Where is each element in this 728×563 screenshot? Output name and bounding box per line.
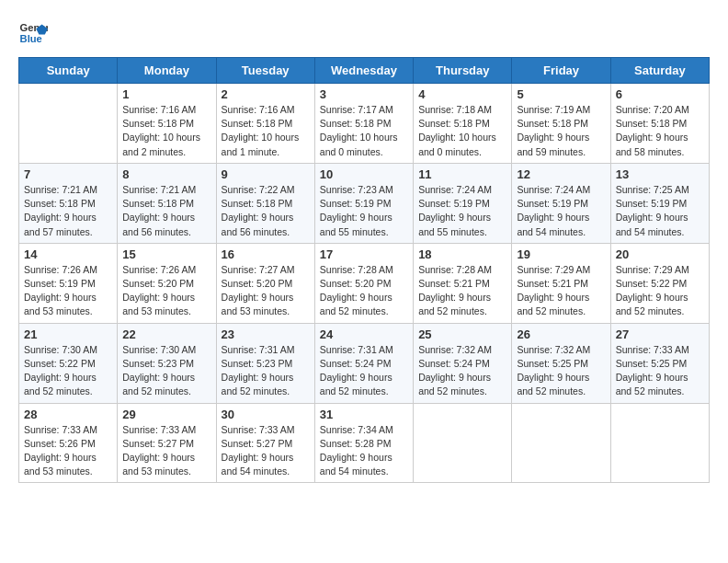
weekday-header-tuesday: Tuesday: [216, 58, 314, 84]
day-info: Sunrise: 7:23 AM Sunset: 5:19 PM Dayligh…: [320, 183, 408, 239]
calendar-cell: 3Sunrise: 7:17 AM Sunset: 5:18 PM Daylig…: [314, 84, 413, 164]
day-info: Sunrise: 7:26 AM Sunset: 5:20 PM Dayligh…: [122, 263, 210, 319]
day-info: Sunrise: 7:27 AM Sunset: 5:20 PM Dayligh…: [222, 263, 310, 319]
day-number: 27: [616, 327, 704, 341]
calendar-cell: 20Sunrise: 7:29 AM Sunset: 5:22 PM Dayli…: [610, 243, 709, 323]
calendar-cell: 1Sunrise: 7:16 AM Sunset: 5:18 PM Daylig…: [118, 84, 216, 164]
day-number: 16: [222, 247, 310, 261]
calendar-cell: 29Sunrise: 7:33 AM Sunset: 5:27 PM Dayli…: [118, 403, 216, 483]
day-number: 13: [616, 167, 704, 181]
week-row-4: 21Sunrise: 7:30 AM Sunset: 5:22 PM Dayli…: [19, 323, 710, 403]
day-number: 15: [122, 247, 210, 261]
day-number: 4: [418, 87, 506, 101]
calendar-cell: 30Sunrise: 7:33 AM Sunset: 5:27 PM Dayli…: [216, 403, 314, 483]
calendar-cell: 5Sunrise: 7:19 AM Sunset: 5:18 PM Daylig…: [512, 84, 610, 164]
calendar-cell: 6Sunrise: 7:20 AM Sunset: 5:18 PM Daylig…: [610, 84, 709, 164]
day-info: Sunrise: 7:32 AM Sunset: 5:24 PM Dayligh…: [418, 343, 506, 399]
day-info: Sunrise: 7:33 AM Sunset: 5:27 PM Dayligh…: [222, 423, 310, 479]
day-info: Sunrise: 7:19 AM Sunset: 5:18 PM Dayligh…: [517, 103, 605, 159]
calendar-cell: [512, 403, 610, 483]
day-info: Sunrise: 7:29 AM Sunset: 5:22 PM Dayligh…: [616, 263, 704, 319]
calendar-cell: 2Sunrise: 7:16 AM Sunset: 5:18 PM Daylig…: [216, 84, 314, 164]
day-number: 8: [122, 167, 210, 181]
day-number: 7: [24, 167, 112, 181]
day-info: Sunrise: 7:18 AM Sunset: 5:18 PM Dayligh…: [418, 103, 506, 159]
day-info: Sunrise: 7:25 AM Sunset: 5:19 PM Dayligh…: [616, 183, 704, 239]
logo-icon: General Blue: [18, 18, 48, 48]
day-number: 12: [517, 167, 605, 181]
day-info: Sunrise: 7:28 AM Sunset: 5:20 PM Dayligh…: [320, 263, 408, 319]
week-row-5: 28Sunrise: 7:33 AM Sunset: 5:26 PM Dayli…: [19, 403, 710, 483]
day-number: 20: [616, 247, 704, 261]
day-info: Sunrise: 7:21 AM Sunset: 5:18 PM Dayligh…: [122, 183, 210, 239]
calendar-cell: 22Sunrise: 7:30 AM Sunset: 5:23 PM Dayli…: [118, 323, 216, 403]
calendar-cell: 14Sunrise: 7:26 AM Sunset: 5:19 PM Dayli…: [19, 243, 118, 323]
calendar-cell: 19Sunrise: 7:29 AM Sunset: 5:21 PM Dayli…: [512, 243, 610, 323]
calendar-cell: 18Sunrise: 7:28 AM Sunset: 5:21 PM Dayli…: [414, 243, 512, 323]
day-number: 29: [122, 408, 210, 421]
logo: General Blue: [18, 18, 51, 48]
calendar-cell: 11Sunrise: 7:24 AM Sunset: 5:19 PM Dayli…: [414, 163, 512, 243]
day-number: 21: [24, 327, 112, 341]
calendar-cell: 28Sunrise: 7:33 AM Sunset: 5:26 PM Dayli…: [19, 403, 118, 483]
calendar-cell: 26Sunrise: 7:32 AM Sunset: 5:25 PM Dayli…: [512, 323, 610, 403]
calendar-cell: 8Sunrise: 7:21 AM Sunset: 5:18 PM Daylig…: [118, 163, 216, 243]
day-number: 30: [222, 408, 310, 421]
calendar-cell: [610, 403, 709, 483]
day-info: Sunrise: 7:26 AM Sunset: 5:19 PM Dayligh…: [24, 263, 112, 319]
day-info: Sunrise: 7:16 AM Sunset: 5:18 PM Dayligh…: [122, 103, 210, 159]
calendar-cell: 24Sunrise: 7:31 AM Sunset: 5:24 PM Dayli…: [314, 323, 413, 403]
calendar-cell: 23Sunrise: 7:31 AM Sunset: 5:23 PM Dayli…: [216, 323, 314, 403]
calendar-cell: 21Sunrise: 7:30 AM Sunset: 5:22 PM Dayli…: [19, 323, 118, 403]
calendar-cell: 13Sunrise: 7:25 AM Sunset: 5:19 PM Dayli…: [610, 163, 709, 243]
weekday-header-sunday: Sunday: [19, 58, 118, 84]
weekday-header-monday: Monday: [118, 58, 216, 84]
day-number: 5: [517, 87, 605, 101]
day-number: 31: [320, 408, 408, 421]
day-number: 2: [222, 87, 310, 101]
calendar-cell: 12Sunrise: 7:24 AM Sunset: 5:19 PM Dayli…: [512, 163, 610, 243]
calendar-cell: 16Sunrise: 7:27 AM Sunset: 5:20 PM Dayli…: [216, 243, 314, 323]
day-info: Sunrise: 7:28 AM Sunset: 5:21 PM Dayligh…: [418, 263, 506, 319]
weekday-header-thursday: Thursday: [414, 58, 512, 84]
calendar-cell: 4Sunrise: 7:18 AM Sunset: 5:18 PM Daylig…: [414, 84, 512, 164]
week-row-3: 14Sunrise: 7:26 AM Sunset: 5:19 PM Dayli…: [19, 243, 710, 323]
calendar-cell: 31Sunrise: 7:34 AM Sunset: 5:28 PM Dayli…: [314, 403, 413, 483]
day-info: Sunrise: 7:33 AM Sunset: 5:27 PM Dayligh…: [122, 423, 210, 479]
day-number: 6: [616, 87, 704, 101]
day-number: 14: [24, 247, 112, 261]
day-number: 18: [418, 247, 506, 261]
day-info: Sunrise: 7:24 AM Sunset: 5:19 PM Dayligh…: [517, 183, 605, 239]
calendar-cell: [414, 403, 512, 483]
day-info: Sunrise: 7:16 AM Sunset: 5:18 PM Dayligh…: [222, 103, 310, 159]
calendar-cell: 10Sunrise: 7:23 AM Sunset: 5:19 PM Dayli…: [314, 163, 413, 243]
calendar-cell: 9Sunrise: 7:22 AM Sunset: 5:18 PM Daylig…: [216, 163, 314, 243]
day-info: Sunrise: 7:17 AM Sunset: 5:18 PM Dayligh…: [320, 103, 408, 159]
day-info: Sunrise: 7:30 AM Sunset: 5:22 PM Dayligh…: [24, 343, 112, 399]
day-info: Sunrise: 7:24 AM Sunset: 5:19 PM Dayligh…: [418, 183, 506, 239]
day-info: Sunrise: 7:21 AM Sunset: 5:18 PM Dayligh…: [24, 183, 112, 239]
day-number: 26: [517, 327, 605, 341]
header: General Blue: [18, 18, 710, 48]
calendar-cell: 27Sunrise: 7:33 AM Sunset: 5:25 PM Dayli…: [610, 323, 709, 403]
calendar-cell: 7Sunrise: 7:21 AM Sunset: 5:18 PM Daylig…: [19, 163, 118, 243]
weekday-header-saturday: Saturday: [610, 58, 709, 84]
day-number: 9: [222, 167, 310, 181]
day-info: Sunrise: 7:33 AM Sunset: 5:26 PM Dayligh…: [24, 423, 112, 479]
weekday-header-row: SundayMondayTuesdayWednesdayThursdayFrid…: [19, 58, 710, 84]
week-row-1: 1Sunrise: 7:16 AM Sunset: 5:18 PM Daylig…: [19, 84, 710, 164]
day-info: Sunrise: 7:20 AM Sunset: 5:18 PM Dayligh…: [616, 103, 704, 159]
day-number: 19: [517, 247, 605, 261]
day-number: 24: [320, 327, 408, 341]
day-info: Sunrise: 7:32 AM Sunset: 5:25 PM Dayligh…: [517, 343, 605, 399]
calendar-cell: 15Sunrise: 7:26 AM Sunset: 5:20 PM Dayli…: [118, 243, 216, 323]
day-number: 11: [418, 167, 506, 181]
day-info: Sunrise: 7:30 AM Sunset: 5:23 PM Dayligh…: [122, 343, 210, 399]
day-info: Sunrise: 7:31 AM Sunset: 5:23 PM Dayligh…: [222, 343, 310, 399]
day-number: 10: [320, 167, 408, 181]
day-number: 23: [222, 327, 310, 341]
day-number: 17: [320, 247, 408, 261]
day-info: Sunrise: 7:33 AM Sunset: 5:25 PM Dayligh…: [616, 343, 704, 399]
calendar-cell: 25Sunrise: 7:32 AM Sunset: 5:24 PM Dayli…: [414, 323, 512, 403]
calendar: SundayMondayTuesdayWednesdayThursdayFrid…: [18, 57, 710, 483]
